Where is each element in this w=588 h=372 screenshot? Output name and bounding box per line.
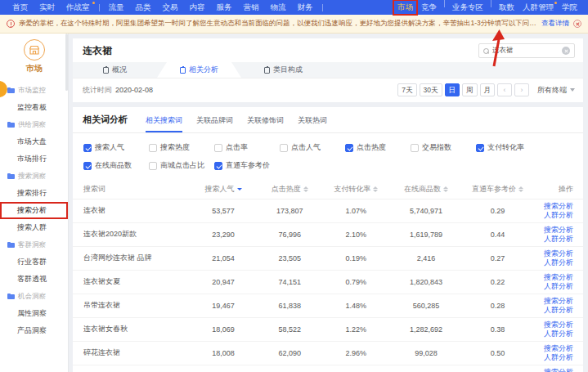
nav-item-人群管理[interactable]: 人群管理 [518, 0, 558, 15]
checkbox-checked-icon[interactable] [345, 144, 353, 152]
action-link-搜索分析[interactable]: 搜索分析 [532, 249, 573, 258]
action-link-人群分析[interactable]: 人群分析 [532, 353, 573, 362]
stat-row: 统计时间 2020-02-08 7天30天日周月‹› 所有终端 [73, 78, 583, 102]
column-header-点击热度[interactable]: 点击热度 [257, 180, 323, 199]
notice-detail-link[interactable]: 查看详情 [541, 19, 569, 29]
nav-item-财务[interactable]: 财务 [292, 0, 319, 15]
nav-item-品类[interactable]: 品类 [130, 0, 157, 15]
sidebar-item-搜索排行[interactable]: 搜索排行 [0, 185, 68, 202]
metric-点击人气[interactable]: 点击人气 [280, 142, 345, 153]
column-header-支付转化率[interactable]: 支付转化率 [323, 180, 389, 199]
sidebar-item-行业客群[interactable]: 行业客群 [0, 253, 68, 271]
sidebar: 市场 市场监控监控看板供给洞察市场大盘市场排行搜索洞察搜索排行搜索分析搜索人群客… [0, 34, 69, 372]
action-link-人群分析[interactable]: 人群分析 [532, 258, 573, 267]
checkbox-checked-icon[interactable] [83, 162, 92, 170]
tab-category-composition[interactable]: 类目构成 [241, 62, 325, 78]
nav-item-取数[interactable]: 取数 [495, 0, 518, 15]
nav-item-营销[interactable]: 营销 [238, 0, 265, 15]
action-link-搜索分析[interactable]: 搜索分析 [532, 273, 573, 282]
checkbox-unchecked-icon[interactable] [411, 144, 419, 152]
action-link-搜索分析[interactable]: 搜索分析 [532, 297, 573, 306]
sidebar-item-市场排行[interactable]: 市场排行 [0, 150, 68, 168]
nav-item-实时[interactable]: 实时 [34, 0, 61, 15]
checkbox-unchecked-icon[interactable] [280, 144, 288, 152]
sort-icon[interactable] [518, 186, 523, 192]
nav-item-市场[interactable]: 市场 [393, 0, 417, 15]
subtab-关联修饰词[interactable]: 关联修饰词 [247, 115, 284, 132]
checkbox-unchecked-icon[interactable] [149, 144, 157, 152]
tab-related-analysis[interactable]: 相关分析 [157, 62, 241, 78]
date-button-›[interactable]: › [514, 83, 529, 96]
action-link-搜索分析[interactable]: 搜索分析 [532, 368, 573, 372]
sidebar-section-label: 机会洞察 [18, 292, 46, 302]
checkbox-unchecked-icon[interactable] [214, 144, 222, 152]
sidebar-item-产品洞察[interactable]: 产品洞察 [0, 322, 68, 339]
nav-item-学院[interactable]: 学院 [558, 0, 581, 15]
metric-搜索人气[interactable]: 搜索人气 [83, 142, 149, 153]
notification-dot [554, 2, 557, 4]
checkbox-checked-icon[interactable] [476, 144, 484, 152]
metric-搜索热度[interactable]: 搜索热度 [149, 142, 214, 153]
clear-search-icon[interactable] [562, 47, 570, 55]
action-link-人群分析[interactable]: 人群分析 [532, 306, 573, 315]
tab-overview[interactable]: 概况 [73, 62, 157, 78]
metric-直通车参考价[interactable]: 直通车参考价 [214, 160, 280, 171]
date-button-月[interactable]: 月 [480, 83, 496, 96]
action-link-人群分析[interactable]: 人群分析 [532, 235, 573, 244]
checkbox-checked-icon[interactable] [214, 162, 222, 170]
checkbox-unchecked-icon[interactable] [149, 162, 157, 170]
column-header-直通车参考价[interactable]: 直通车参考价 [463, 180, 532, 199]
sort-icon[interactable] [303, 186, 308, 192]
metric-交易指数[interactable]: 交易指数 [411, 142, 476, 153]
sort-icon[interactable] [373, 186, 378, 192]
sidebar-item-客群透视[interactable]: 客群透视 [0, 271, 68, 288]
metric-在线商品数[interactable]: 在线商品数 [83, 160, 149, 171]
metric-商城点击占比[interactable]: 商城点击占比 [149, 160, 214, 171]
subtab-相关搜索词[interactable]: 相关搜索词 [146, 115, 182, 132]
date-button-7天[interactable]: 7天 [397, 83, 416, 96]
nav-item-流量[interactable]: 流量 [103, 0, 130, 15]
nav-item-物流[interactable]: 物流 [265, 0, 292, 15]
nav-item-竞争[interactable]: 竞争 [417, 0, 441, 15]
column-header-搜索人气[interactable]: 搜索人气 [191, 180, 257, 199]
subtab-关联品牌词[interactable]: 关联品牌词 [196, 115, 233, 132]
nav-item-服务[interactable]: 服务 [211, 0, 238, 15]
nav-item-交易[interactable]: 交易 [157, 0, 184, 15]
action-link-搜索分析[interactable]: 搜索分析 [532, 344, 573, 353]
sort-icon-active[interactable] [237, 188, 242, 190]
metric-点击率[interactable]: 点击率 [214, 142, 280, 153]
action-link-人群分析[interactable]: 人群分析 [532, 282, 573, 291]
action-link-搜索分析[interactable]: 搜索分析 [532, 226, 573, 235]
metric-点击热度[interactable]: 点击热度 [345, 142, 411, 153]
date-button-日[interactable]: 日 [445, 83, 460, 96]
sidebar-item-搜索分析[interactable]: 搜索分析 [0, 202, 68, 219]
sidebar-scrollbar[interactable] [65, 34, 68, 91]
action-link-搜索分析[interactable]: 搜索分析 [532, 320, 573, 329]
sidebar-item-市场大盘[interactable]: 市场大盘 [0, 133, 68, 150]
sort-up-icon [303, 186, 308, 189]
nav-item-业务专区[interactable]: 业务专区 [448, 0, 487, 15]
metric-支付转化率[interactable]: 支付转化率 [476, 142, 541, 153]
search-input[interactable] [492, 47, 559, 55]
action-link-人群分析[interactable]: 人群分析 [532, 211, 573, 220]
action-link-人群分析[interactable]: 人群分析 [532, 329, 573, 338]
sidebar-item-监控看板[interactable]: 监控看板 [0, 99, 68, 116]
nav-item-内容[interactable]: 内容 [184, 0, 211, 15]
action-link-搜索分析[interactable]: 搜索分析 [532, 202, 573, 211]
keyword-search-box[interactable] [478, 43, 575, 58]
column-label: 搜索人气 [205, 185, 235, 193]
sort-icon[interactable] [443, 186, 448, 192]
date-button-‹[interactable]: ‹ [497, 83, 512, 96]
date-button-周[interactable]: 周 [462, 83, 478, 96]
sidebar-item-搜索人群[interactable]: 搜索人群 [0, 219, 68, 236]
analysis-title: 相关词分析 [83, 114, 128, 132]
date-button-30天[interactable]: 30天 [420, 83, 442, 96]
subtab-关联热词[interactable]: 关联热词 [298, 115, 327, 132]
nav-item-首页[interactable]: 首页 [7, 0, 34, 15]
terminal-filter[interactable]: 所有终端 [537, 85, 575, 96]
nav-item-作战室[interactable]: 作战室 [61, 0, 96, 15]
column-header-在线商品数[interactable]: 在线商品数 [389, 180, 463, 199]
sidebar-item-属性洞察[interactable]: 属性洞察 [0, 305, 68, 322]
notice-close-icon[interactable] [573, 20, 581, 28]
checkbox-checked-icon[interactable] [83, 144, 92, 152]
